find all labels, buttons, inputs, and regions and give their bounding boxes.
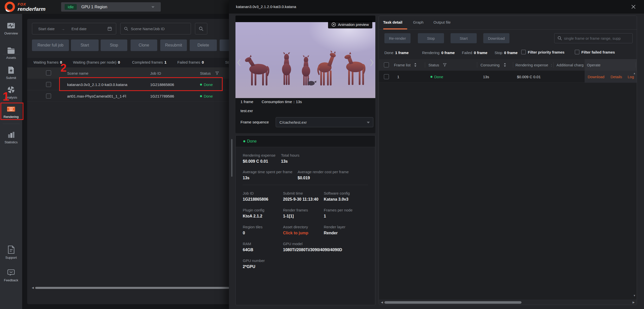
- tab-output-file[interactable]: Output file: [433, 20, 451, 24]
- sort-icon[interactable]: [414, 63, 417, 67]
- start-date-field[interactable]: Start date: [38, 27, 55, 31]
- vertical-scrollbar[interactable]: [231, 139, 232, 177]
- summary-row: Average time spent per frame13s Average …: [243, 170, 368, 180]
- hscroll-right-arrow[interactable]: ▶: [633, 301, 635, 304]
- tab-graph[interactable]: Graph: [413, 20, 424, 24]
- render-full-job-button[interactable]: Render full job: [32, 39, 69, 51]
- field-label: Plugin config: [243, 208, 283, 212]
- annotation-box-rendering: [1, 103, 23, 120]
- horizontal-scrollbar[interactable]: [35, 287, 229, 289]
- filter-failed-frames-checkbox[interactable]: Filter failed frames: [575, 50, 615, 54]
- vscroll-up-arrow[interactable]: ▲: [633, 72, 636, 75]
- filter-priority-frames-checkbox[interactable]: Filter priority frames: [521, 50, 565, 54]
- info-row: Plugin configKtoA 2.1.2 Render frames1-1…: [243, 208, 368, 218]
- row-checkbox[interactable]: [46, 82, 51, 87]
- stop-frames-button[interactable]: Stop: [418, 33, 444, 43]
- status-cell: Done: [200, 94, 213, 98]
- field-label: Job ID: [243, 191, 283, 195]
- frame-search-input[interactable]: [564, 36, 630, 40]
- sidebar-item-statistics[interactable]: Statistics: [0, 131, 22, 144]
- header-job-id: Job ID: [150, 71, 161, 75]
- calendar-icon: [107, 26, 112, 31]
- filter-priority-frames-label: Filter priority frames: [528, 50, 565, 54]
- frame-sequence-label: Frame sequence: [240, 120, 269, 124]
- upload-page-icon: [7, 66, 15, 74]
- field-value: 1-1[1]: [283, 214, 324, 218]
- re-render-button[interactable]: Re-render: [384, 33, 411, 43]
- vscroll-down-arrow[interactable]: ▼: [633, 294, 636, 297]
- details-link[interactable]: Details: [611, 74, 622, 79]
- frame-sequence-dropdown[interactable]: C/cache/test.exr: [276, 117, 373, 127]
- download-frames-button[interactable]: Download: [483, 33, 509, 43]
- select-all-checkbox[interactable]: [46, 70, 51, 75]
- drawer-title: katanan3.0v3_2.1.2.0-kat3.0.katana: [236, 5, 296, 9]
- clone-button[interactable]: Clone: [131, 39, 157, 51]
- select-all-frames-checkbox[interactable]: [384, 62, 389, 67]
- checkbox[interactable]: [575, 50, 579, 54]
- stop-button[interactable]: Stop: [101, 39, 127, 51]
- prev-frame-chevron-icon[interactable]: [237, 59, 241, 66]
- info-row: Job ID1G218865806 Submit time2025-9-30 1…: [243, 191, 368, 202]
- field-label: Asset directory: [283, 225, 324, 229]
- sidebar-label-assets: Assets: [0, 56, 22, 60]
- date-range-picker[interactable]: Start date → End date: [32, 23, 116, 34]
- bar-chart-icon: [7, 131, 15, 139]
- scene-search-input[interactable]: [131, 27, 189, 31]
- log-link[interactable]: Log: [628, 74, 634, 79]
- region-dropdown[interactable]: Idle GPU 1 Region: [61, 2, 161, 12]
- start-frames-button[interactable]: Start: [451, 33, 477, 43]
- stat-waiting-per-node: Waiting (frames per node)0: [73, 60, 120, 64]
- frame-table-empty-area: [379, 83, 637, 300]
- task-status-header: Done: [236, 136, 375, 147]
- checkbox[interactable]: [521, 50, 526, 54]
- field-label: Average time spent per frame: [243, 170, 298, 174]
- field-value: Render: [324, 231, 368, 235]
- horizontal-scrollbar-thumb[interactable]: [384, 301, 521, 304]
- drawer-header: katanan3.0v3_2.1.2.0-kat3.0.katana: [229, 0, 644, 14]
- filter-funnel-icon[interactable]: [215, 71, 219, 75]
- row-checkbox[interactable]: [46, 94, 51, 99]
- search-button[interactable]: [195, 23, 207, 34]
- detail-tabs: Task detail Graph Output file: [379, 16, 637, 30]
- scene-name-cell[interactable]: art01.max-PhysCamera001_1_1-Fl: [67, 94, 126, 98]
- field-label: GPU model: [283, 242, 324, 246]
- stat-completed-frames: Completed frames1: [132, 60, 167, 64]
- support-doc-icon: [7, 245, 15, 254]
- end-date-field[interactable]: End date: [71, 27, 87, 31]
- download-link[interactable]: Download: [588, 74, 605, 79]
- next-frame-chevron-icon[interactable]: [370, 59, 374, 66]
- header-status: Status: [200, 71, 211, 75]
- header-additional-charges: Additional charg: [556, 63, 584, 67]
- filter-funnel-icon[interactable]: [443, 63, 447, 67]
- idle-status-badge: Idle: [65, 4, 77, 10]
- sort-icon[interactable]: [504, 63, 506, 67]
- sidebar-label-overview: Overview: [0, 31, 22, 35]
- annotation-step-1: 1: [3, 91, 9, 103]
- sidebar-item-assets[interactable]: Assets: [0, 47, 22, 60]
- asset-directory-link[interactable]: Click to jump: [283, 231, 324, 235]
- resubmit-button[interactable]: Resubmit: [160, 39, 187, 51]
- job-row-2[interactable]: art01.max-PhysCamera001_1_1-Fl 1G2177895…: [27, 90, 238, 102]
- frame-status-cell: Done: [430, 74, 443, 79]
- close-icon[interactable]: [631, 4, 636, 9]
- tab-task-detail[interactable]: Task detail: [383, 20, 402, 24]
- field-label: Total hours: [281, 153, 368, 157]
- hscroll-left-arrow[interactable]: ◀: [32, 286, 34, 289]
- sidebar-item-feedback[interactable]: Feedback: [0, 269, 22, 282]
- header-frame-status: Status: [428, 63, 439, 67]
- sidebar-item-submit[interactable]: Submit: [0, 66, 22, 80]
- start-button[interactable]: Start: [71, 39, 99, 51]
- frame-row-1[interactable]: 1 Done 13s $0.009 C 0.01 Download Detail…: [379, 71, 637, 83]
- frame-checkbox[interactable]: [384, 74, 389, 79]
- delete-button[interactable]: Delete: [190, 39, 217, 51]
- sidebar-item-support[interactable]: Support: [0, 245, 22, 259]
- animation-preview-button[interactable]: Animation preview: [328, 21, 372, 28]
- field-value: 13s: [243, 176, 298, 180]
- hscroll-left-arrow[interactable]: ◀: [381, 301, 383, 304]
- search-icon: [199, 26, 204, 31]
- field-label: Rendering expense: [243, 153, 281, 157]
- status-dot: [200, 95, 202, 97]
- frame-preview-card: Animation preview 1 frame Consumption ti…: [235, 16, 375, 133]
- brand-logo: FOX renderfarm: [4, 1, 46, 13]
- sidebar-item-overview[interactable]: Overview: [0, 22, 22, 35]
